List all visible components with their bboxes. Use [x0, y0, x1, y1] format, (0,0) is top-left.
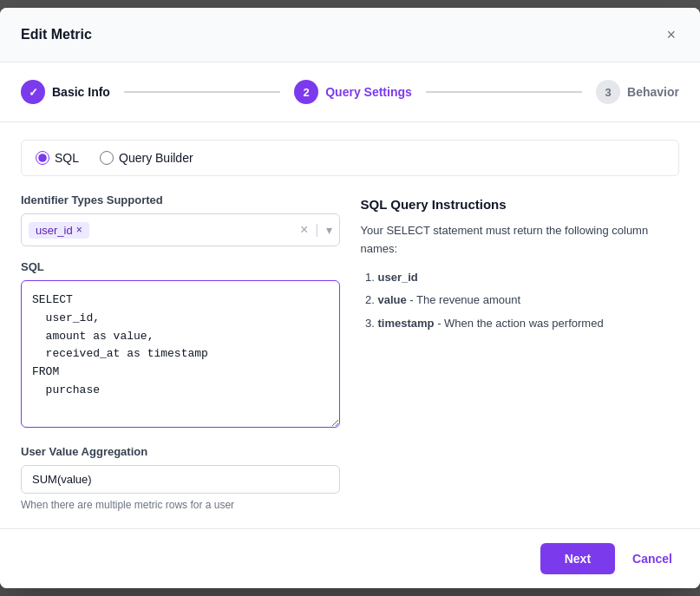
next-button[interactable]: Next	[540, 543, 615, 574]
list-item-timestamp: timestamp - When the action was performe…	[378, 315, 680, 333]
sql-textarea[interactable]: SELECT user_id, amount as value, receive…	[21, 280, 340, 428]
step-circle-query-settings: 2	[294, 80, 318, 104]
list-item-user-id: user_id	[378, 269, 680, 287]
close-button[interactable]: ×	[663, 23, 679, 46]
list-key-user-id: user_id	[378, 271, 418, 284]
step-circle-behavior: 3	[596, 80, 620, 104]
identifier-controls: × | ▾	[300, 222, 332, 238]
edit-metric-modal: Edit Metric × ✓ Basic Info 2 Query Setti…	[0, 8, 700, 588]
stepper: ✓ Basic Info 2 Query Settings 3 Behavior	[0, 62, 700, 122]
tag-text: user_id	[36, 224, 73, 237]
step-line-2	[426, 91, 582, 93]
step-basic-info: ✓ Basic Info	[21, 80, 110, 104]
user-id-tag: user_id ×	[29, 222, 89, 239]
step-label-query-settings: Query Settings	[325, 85, 412, 99]
step-behavior: 3 Behavior	[596, 80, 679, 104]
list-item-value: value - The revenue amount	[378, 291, 680, 310]
identifier-clear-button[interactable]: ×	[300, 222, 308, 238]
identifier-label: Identifier Types Supported	[21, 193, 340, 206]
instructions-title: SQL Query Instructions	[361, 197, 680, 212]
step-query-settings: 2 Query Settings	[294, 80, 412, 104]
list-desc-timestamp: - When the action was performed	[435, 317, 604, 330]
instructions-description: Your SELECT statement must return the fo…	[361, 222, 680, 259]
modal-body: SQL Query Builder Identifier Types Suppo…	[0, 122, 700, 528]
tag-remove-button[interactable]: ×	[76, 225, 82, 235]
sql-option[interactable]: SQL	[36, 151, 79, 165]
modal-overlay: Edit Metric × ✓ Basic Info 2 Query Setti…	[0, 0, 700, 596]
identifier-chevron-button[interactable]: ▾	[326, 223, 332, 237]
sql-radio[interactable]	[36, 151, 49, 165]
step-label-behavior: Behavior	[627, 85, 679, 99]
cancel-button[interactable]: Cancel	[625, 543, 679, 574]
sql-section-label: SQL	[21, 260, 340, 273]
step-number-3: 3	[605, 86, 611, 99]
aggregation-hint: When there are multiple metric rows for …	[21, 499, 340, 511]
divider: |	[315, 222, 318, 238]
query-builder-option[interactable]: Query Builder	[100, 151, 193, 165]
modal-title: Edit Metric	[21, 27, 92, 43]
right-panel: SQL Query Instructions Your SELECT state…	[361, 193, 680, 511]
list-key-timestamp: timestamp	[378, 317, 435, 330]
sql-label: SQL	[55, 151, 79, 165]
step-number-2: 2	[304, 86, 310, 99]
query-builder-radio[interactable]	[100, 151, 114, 165]
left-panel: Identifier Types Supported user_id × × |…	[21, 193, 340, 511]
identifier-container[interactable]: user_id × × | ▾	[21, 213, 340, 246]
list-desc-value: - The revenue amount	[407, 293, 520, 306]
content-grid: Identifier Types Supported user_id × × |…	[21, 193, 679, 511]
checkmark-icon: ✓	[29, 86, 38, 99]
aggregation-input[interactable]	[21, 465, 340, 494]
step-label-basic-info: Basic Info	[52, 85, 110, 99]
step-line-1	[124, 91, 280, 93]
query-type-row: SQL Query Builder	[21, 140, 679, 176]
step-circle-basic-info: ✓	[21, 80, 45, 104]
aggregation-label: User Value Aggregation	[21, 445, 340, 458]
modal-footer: Next Cancel	[0, 528, 700, 588]
instructions-list: user_id value - The revenue amount times…	[361, 269, 680, 333]
list-key-value: value	[378, 293, 407, 306]
modal-header: Edit Metric ×	[0, 8, 700, 62]
query-builder-label: Query Builder	[119, 151, 193, 165]
